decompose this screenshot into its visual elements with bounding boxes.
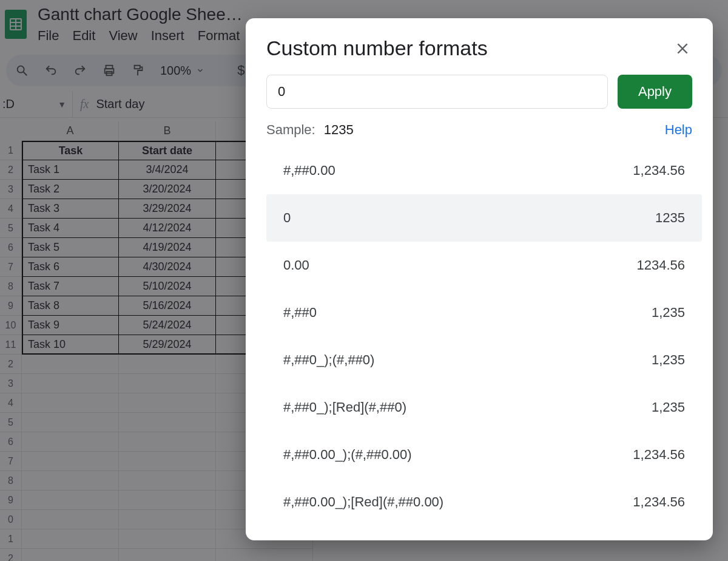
format-pattern: #,##0_);[Red](#,##0): [283, 399, 406, 415]
format-list[interactable]: #,##0.001,234.56012350.001234.56#,##01,2…: [266, 146, 702, 529]
format-preview: 1,235: [652, 399, 685, 415]
format-option[interactable]: #,##0.001,234.56: [266, 147, 702, 194]
custom-number-formats-dialog: Custom number formats Apply Sample: 1235…: [246, 18, 713, 540]
format-pattern: #,##0_);(#,##0): [283, 352, 374, 368]
format-option[interactable]: 0.001234.56: [266, 242, 702, 289]
format-preview: 1,234.56: [633, 494, 685, 510]
format-pattern: #,##0.00_);[Red](#,##0.00): [283, 494, 443, 510]
format-preview: 1,234.56: [633, 447, 685, 463]
help-link[interactable]: Help: [665, 122, 692, 138]
sample-value: 1235: [324, 122, 354, 137]
format-option[interactable]: #,##0.00_);[Red](#,##0.00)1,234.56: [266, 478, 702, 526]
format-option[interactable]: #,##0_);(#,##0)1,235: [266, 336, 702, 384]
close-button[interactable]: [673, 39, 692, 58]
format-pattern: 0.00: [283, 257, 309, 273]
format-pattern: #,##0.00_);(#,##0.00): [283, 447, 412, 463]
close-icon: [675, 41, 690, 56]
format-pattern: 0: [283, 210, 291, 226]
format-pattern: #,##0.00: [283, 163, 335, 178]
format-input[interactable]: [266, 75, 608, 109]
format-preview: 1,235: [652, 352, 685, 368]
format-option[interactable]: #,##01,235: [266, 289, 702, 336]
format-option[interactable]: #,##0_);[Red](#,##0)1,235: [266, 384, 702, 431]
format-preview: 1,234.56: [633, 163, 685, 178]
format-option[interactable]: 01235: [266, 194, 702, 242]
format-preview: 1234.56: [636, 257, 685, 273]
apply-button[interactable]: Apply: [618, 75, 692, 109]
sample-label: Sample:: [266, 122, 315, 137]
format-option[interactable]: #,##0.00_);(#,##0.00)1,234.56: [266, 431, 702, 478]
dialog-title: Custom number formats: [266, 36, 488, 60]
format-preview: 1,235: [652, 305, 685, 321]
format-preview: 1235: [655, 210, 685, 226]
format-pattern: #,##0: [283, 305, 317, 321]
